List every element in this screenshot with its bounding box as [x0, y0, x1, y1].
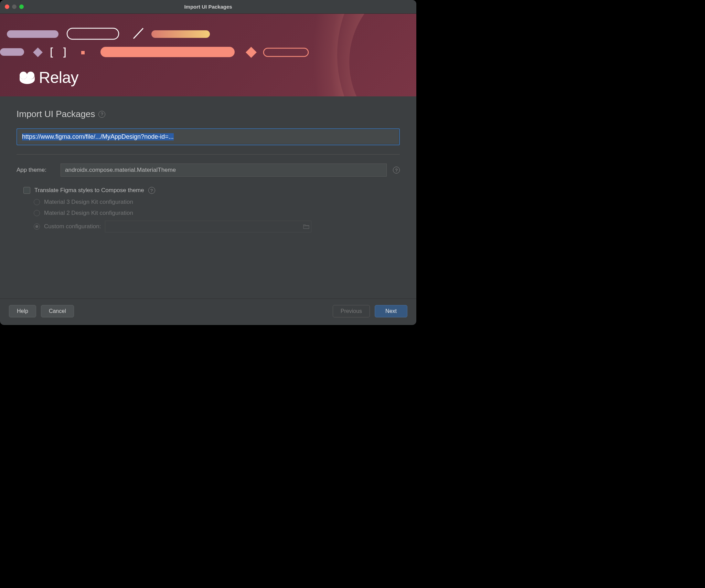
app-theme-label: App theme:: [17, 167, 54, 174]
folder-icon: [301, 224, 311, 229]
dialog-window: Import UI Packages [ ]: [0, 0, 416, 325]
config-radio-group: Material 3 Design Kit configuration Mate…: [34, 199, 400, 232]
svg-rect-8: [100, 47, 235, 57]
svg-marker-9: [246, 47, 257, 58]
help-icon[interactable]: ?: [98, 111, 105, 118]
dialog-content: Import UI Packages ? App theme: ? Transl…: [0, 96, 416, 298]
svg-rect-1: [67, 28, 119, 39]
app-theme-input[interactable]: [61, 164, 387, 177]
relay-logo: Relay: [19, 68, 78, 87]
window-title: Import UI Packages: [0, 4, 416, 10]
svg-rect-7: [81, 51, 85, 54]
page-title: Import UI Packages: [17, 109, 95, 119]
material2-radio-label: Material 2 Design Kit configuration: [44, 210, 133, 217]
material3-radio-label: Material 3 Design Kit configuration: [44, 199, 133, 206]
custom-config-path-input: [105, 222, 301, 231]
relay-logo-icon: [19, 71, 35, 84]
material3-radio: [34, 199, 40, 205]
minimize-window-icon: [12, 4, 17, 9]
next-button[interactable]: Next: [375, 305, 407, 317]
previous-button: Previous: [333, 305, 370, 317]
svg-point-13: [20, 72, 27, 79]
svg-line-2: [133, 28, 143, 39]
svg-rect-4: [0, 48, 24, 56]
translate-styles-checkbox[interactable]: [23, 187, 30, 194]
window-controls: [5, 4, 24, 9]
divider: [17, 154, 400, 155]
dialog-footer: Help Cancel Previous Next: [0, 298, 416, 325]
figma-url-field-wrapper: [17, 128, 400, 145]
svg-rect-3: [151, 30, 210, 38]
custom-config-radio-label: Custom configuration:: [44, 223, 101, 230]
help-icon[interactable]: ?: [393, 167, 400, 174]
help-button[interactable]: Help: [9, 305, 36, 317]
close-window-icon[interactable]: [5, 4, 9, 9]
titlebar: Import UI Packages: [0, 0, 416, 14]
translate-styles-label: Translate Figma styles to Compose theme: [34, 187, 144, 194]
cancel-button[interactable]: Cancel: [41, 305, 74, 317]
figma-url-input[interactable]: [18, 130, 398, 144]
svg-text:[ ]: [ ]: [48, 45, 68, 59]
help-icon[interactable]: ?: [148, 187, 155, 194]
custom-config-path-field: [105, 221, 311, 232]
custom-config-radio: [34, 223, 40, 230]
material2-radio: [34, 210, 40, 216]
banner: [ ]: [0, 14, 416, 96]
svg-marker-5: [33, 48, 43, 57]
relay-logo-text: Relay: [39, 68, 78, 87]
maximize-window-icon[interactable]: [19, 4, 24, 9]
svg-rect-0: [7, 30, 58, 38]
svg-point-12: [330, 14, 416, 96]
